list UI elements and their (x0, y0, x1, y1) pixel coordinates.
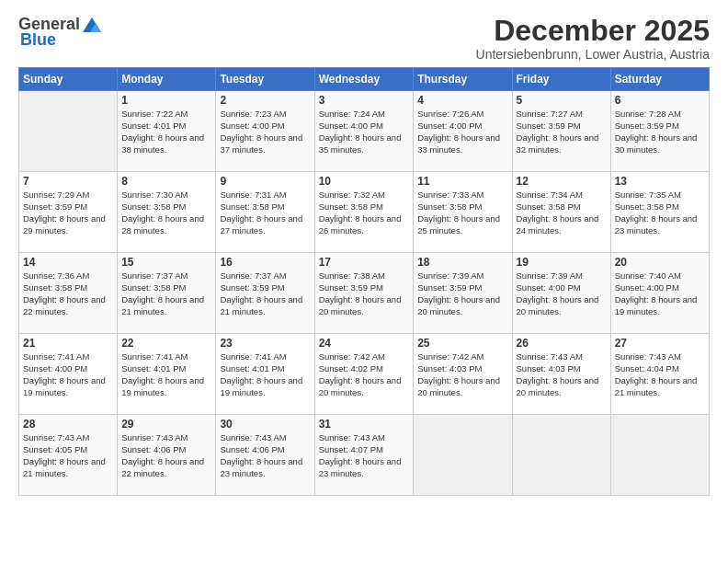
calendar-cell: 7Sunrise: 7:29 AM Sunset: 3:59 PM Daylig… (19, 172, 118, 253)
calendar-cell: 26Sunrise: 7:43 AM Sunset: 4:03 PM Dayli… (512, 334, 610, 415)
day-number: 16 (220, 256, 310, 269)
calendar-cell: 5Sunrise: 7:27 AM Sunset: 3:59 PM Daylig… (512, 91, 610, 172)
day-number: 6 (615, 94, 705, 107)
calendar-cell: 25Sunrise: 7:42 AM Sunset: 4:03 PM Dayli… (414, 334, 512, 415)
day-info: Sunrise: 7:43 AM Sunset: 4:05 PM Dayligh… (23, 432, 113, 479)
calendar-cell: 22Sunrise: 7:41 AM Sunset: 4:01 PM Dayli… (118, 334, 216, 415)
weekday-header-saturday: Saturday (610, 68, 709, 91)
logo-blue-text: Blue (20, 30, 56, 50)
logo: General Blue (18, 15, 101, 50)
calendar: SundayMondayTuesdayWednesdayThursdayFrid… (18, 67, 710, 496)
day-info: Sunrise: 7:22 AM Sunset: 4:01 PM Dayligh… (121, 109, 211, 155)
day-info: Sunrise: 7:26 AM Sunset: 4:00 PM Dayligh… (417, 109, 507, 155)
day-info: Sunrise: 7:29 AM Sunset: 3:59 PM Dayligh… (23, 190, 113, 236)
calendar-cell: 13Sunrise: 7:35 AM Sunset: 3:58 PM Dayli… (610, 172, 709, 253)
calendar-cell: 21Sunrise: 7:41 AM Sunset: 4:00 PM Dayli… (19, 334, 118, 415)
day-info: Sunrise: 7:36 AM Sunset: 3:58 PM Dayligh… (23, 270, 113, 317)
calendar-cell: 14Sunrise: 7:36 AM Sunset: 3:58 PM Dayli… (19, 253, 118, 334)
day-info: Sunrise: 7:42 AM Sunset: 4:03 PM Dayligh… (417, 351, 507, 398)
calendar-cell: 9Sunrise: 7:31 AM Sunset: 3:58 PM Daylig… (216, 172, 314, 253)
weekday-header-wednesday: Wednesday (314, 68, 414, 91)
day-number: 9 (220, 175, 310, 188)
day-number: 11 (417, 175, 507, 188)
day-info: Sunrise: 7:43 AM Sunset: 4:03 PM Dayligh… (517, 351, 607, 398)
day-number: 27 (615, 337, 705, 350)
calendar-cell: 23Sunrise: 7:41 AM Sunset: 4:01 PM Dayli… (216, 334, 314, 415)
day-info: Sunrise: 7:38 AM Sunset: 3:59 PM Dayligh… (319, 270, 410, 317)
day-number: 3 (319, 94, 410, 107)
weekday-header-row: SundayMondayTuesdayWednesdayThursdayFrid… (19, 68, 710, 91)
day-number: 30 (220, 418, 310, 431)
day-number: 19 (517, 256, 607, 269)
day-number: 21 (23, 337, 113, 350)
day-info: Sunrise: 7:41 AM Sunset: 4:01 PM Dayligh… (121, 351, 211, 398)
day-number: 1 (121, 94, 211, 107)
day-number: 23 (220, 337, 310, 350)
day-info: Sunrise: 7:37 AM Sunset: 3:58 PM Dayligh… (121, 270, 211, 317)
main-title: December 2025 (476, 15, 710, 47)
day-number: 12 (517, 175, 607, 188)
day-info: Sunrise: 7:24 AM Sunset: 4:00 PM Dayligh… (319, 109, 410, 155)
weekday-header-thursday: Thursday (414, 68, 512, 91)
day-info: Sunrise: 7:41 AM Sunset: 4:00 PM Dayligh… (23, 351, 113, 398)
day-info: Sunrise: 7:39 AM Sunset: 4:00 PM Dayligh… (517, 270, 607, 317)
calendar-cell: 1Sunrise: 7:22 AM Sunset: 4:01 PM Daylig… (118, 91, 216, 172)
calendar-cell: 24Sunrise: 7:42 AM Sunset: 4:02 PM Dayli… (314, 334, 414, 415)
day-info: Sunrise: 7:43 AM Sunset: 4:06 PM Dayligh… (121, 432, 211, 479)
day-number: 14 (23, 256, 113, 269)
day-info: Sunrise: 7:40 AM Sunset: 4:00 PM Dayligh… (615, 270, 705, 317)
day-number: 26 (517, 337, 607, 350)
calendar-cell: 6Sunrise: 7:28 AM Sunset: 3:59 PM Daylig… (610, 91, 709, 172)
calendar-cell: 28Sunrise: 7:43 AM Sunset: 4:05 PM Dayli… (19, 415, 118, 496)
header: General Blue December 2025 Untersiebenbr… (18, 15, 710, 62)
day-number: 8 (121, 175, 211, 188)
title-block: December 2025 Untersiebenbrunn, Lower Au… (476, 15, 710, 62)
calendar-cell: 2Sunrise: 7:23 AM Sunset: 4:00 PM Daylig… (216, 91, 314, 172)
day-info: Sunrise: 7:35 AM Sunset: 3:58 PM Dayligh… (615, 190, 705, 236)
day-number: 15 (121, 256, 211, 269)
day-number: 5 (517, 94, 607, 107)
day-info: Sunrise: 7:34 AM Sunset: 3:58 PM Dayligh… (517, 190, 607, 236)
day-number: 17 (319, 256, 410, 269)
day-info: Sunrise: 7:33 AM Sunset: 3:58 PM Dayligh… (417, 190, 507, 236)
calendar-week-row: 7Sunrise: 7:29 AM Sunset: 3:59 PM Daylig… (19, 172, 710, 253)
day-info: Sunrise: 7:28 AM Sunset: 3:59 PM Dayligh… (615, 109, 705, 155)
day-info: Sunrise: 7:23 AM Sunset: 4:00 PM Dayligh… (220, 109, 310, 155)
calendar-week-row: 1Sunrise: 7:22 AM Sunset: 4:01 PM Daylig… (19, 91, 710, 172)
calendar-cell (512, 415, 610, 496)
day-info: Sunrise: 7:43 AM Sunset: 4:06 PM Dayligh… (220, 432, 310, 479)
day-number: 2 (220, 94, 310, 107)
day-number: 13 (615, 175, 705, 188)
logo-icon (83, 17, 101, 32)
day-info: Sunrise: 7:43 AM Sunset: 4:07 PM Dayligh… (319, 432, 410, 479)
day-number: 20 (615, 256, 705, 269)
calendar-cell: 29Sunrise: 7:43 AM Sunset: 4:06 PM Dayli… (118, 415, 216, 496)
day-info: Sunrise: 7:42 AM Sunset: 4:02 PM Dayligh… (319, 351, 410, 398)
calendar-week-row: 14Sunrise: 7:36 AM Sunset: 3:58 PM Dayli… (19, 253, 710, 334)
day-info: Sunrise: 7:32 AM Sunset: 3:58 PM Dayligh… (319, 190, 410, 236)
day-info: Sunrise: 7:30 AM Sunset: 3:58 PM Dayligh… (121, 190, 211, 236)
day-number: 29 (121, 418, 211, 431)
day-number: 7 (23, 175, 113, 188)
weekday-header-monday: Monday (118, 68, 216, 91)
calendar-cell: 4Sunrise: 7:26 AM Sunset: 4:00 PM Daylig… (414, 91, 512, 172)
day-number: 28 (23, 418, 113, 431)
calendar-cell: 27Sunrise: 7:43 AM Sunset: 4:04 PM Dayli… (610, 334, 709, 415)
day-number: 25 (417, 337, 507, 350)
calendar-cell (19, 91, 118, 172)
calendar-cell: 12Sunrise: 7:34 AM Sunset: 3:58 PM Dayli… (512, 172, 610, 253)
calendar-cell: 15Sunrise: 7:37 AM Sunset: 3:58 PM Dayli… (118, 253, 216, 334)
calendar-cell: 16Sunrise: 7:37 AM Sunset: 3:59 PM Dayli… (216, 253, 314, 334)
day-number: 10 (319, 175, 410, 188)
day-info: Sunrise: 7:41 AM Sunset: 4:01 PM Dayligh… (220, 351, 310, 398)
calendar-week-row: 28Sunrise: 7:43 AM Sunset: 4:05 PM Dayli… (19, 415, 710, 496)
weekday-header-sunday: Sunday (19, 68, 118, 91)
weekday-header-tuesday: Tuesday (216, 68, 314, 91)
calendar-cell: 18Sunrise: 7:39 AM Sunset: 3:59 PM Dayli… (414, 253, 512, 334)
day-info: Sunrise: 7:37 AM Sunset: 3:59 PM Dayligh… (220, 270, 310, 317)
day-number: 18 (417, 256, 507, 269)
calendar-cell: 17Sunrise: 7:38 AM Sunset: 3:59 PM Dayli… (314, 253, 414, 334)
calendar-cell: 11Sunrise: 7:33 AM Sunset: 3:58 PM Dayli… (414, 172, 512, 253)
calendar-cell (414, 415, 512, 496)
day-number: 31 (319, 418, 410, 431)
